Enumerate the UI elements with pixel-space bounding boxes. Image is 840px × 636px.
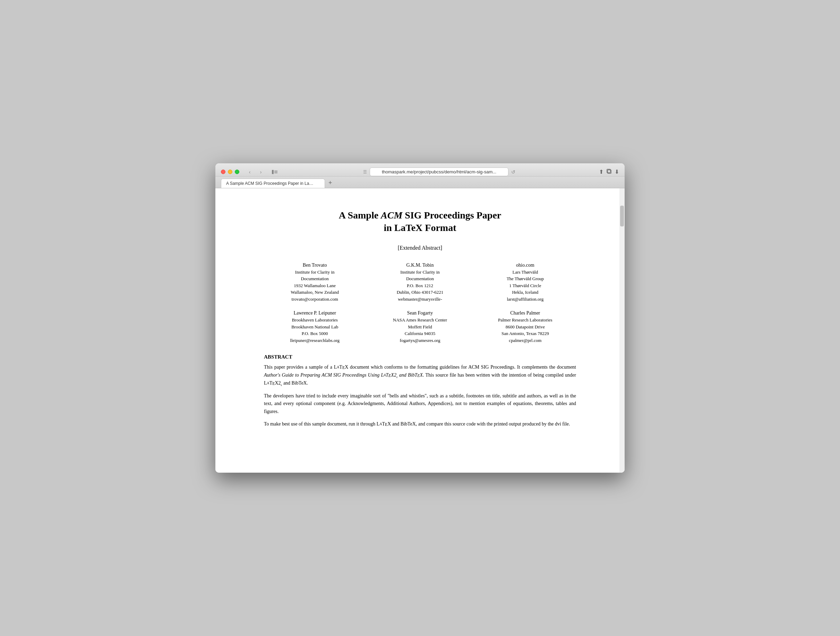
svg-rect-2 [274,172,278,172]
menu-icon: ☰ [363,170,367,174]
traffic-lights [221,170,239,174]
author-ben-trovato: Ben Trovato Institute for Clarity in Doc… [264,262,366,303]
abstract-title: ABSTRACT [264,354,576,360]
scrollbar-thumb[interactable] [620,206,624,226]
svg-rect-0 [272,170,274,174]
svg-rect-3 [274,173,278,174]
browser-window: ‹ › ☰ thomaspark.me/project/pubcss/demo/… [215,163,625,473]
tab-bar: A Sample ACM SIG Proceedings Paper in La… [215,177,625,188]
authors-row-1: Ben Trovato Institute for Clarity in Doc… [264,262,576,303]
abstract-paragraph-2: The developers have tried to include eve… [264,392,576,415]
abstract-section: ABSTRACT This paper provides a sample of… [264,354,576,428]
author-name-2: G.K.M. Tobin [369,262,471,269]
paper-body: A Sample ACM SIG Proceedings Paper in La… [264,209,576,428]
author-leipuner: Lawrence P. Leipuner Brookhaven Laborato… [264,309,366,344]
title-line2: in LaTeX Format [384,222,456,233]
author-name-3: ohio.com [474,262,576,269]
title-text-2: SIG Proceedings Paper [402,210,501,221]
title-bar: ‹ › ☰ thomaspark.me/project/pubcss/demo/… [215,163,625,177]
author-info-3: Lars Thørväld The Thørväld Group 1 Thørv… [474,269,576,303]
author-lars-thorvald: ohio.com Lars Thørväld The Thørväld Grou… [474,262,576,303]
active-tab[interactable]: A Sample ACM SIG Proceedings Paper in La… [221,178,325,188]
title-text-1: A Sample [339,210,381,221]
maximize-button[interactable] [235,170,239,174]
page-content: A Sample ACM SIG Proceedings Paper in La… [215,188,625,473]
authors-row-2: Lawrence P. Leipuner Brookhaven Laborato… [264,309,576,344]
nav-buttons: ‹ › [245,168,266,176]
author-info-6: Palmer Research Laboratories 8600 Datapo… [474,317,576,344]
author-name-6: Charles Palmer [474,309,576,317]
new-tab-button[interactable]: + [326,180,335,188]
author-name-5: Sean Fogarty [369,309,471,317]
abstract-paragraph-3: To make best use of this sample document… [264,420,576,428]
author-name-4: Lawrence P. Leipuner [264,309,366,317]
title-acm: ACM [381,210,402,221]
author-info-2: Institute for Clarity in Documentation P… [369,269,471,303]
author-info-4: Brookhaven Laboratories Brookhaven Natio… [264,317,366,344]
author-gkm-tobin: G.K.M. Tobin Institute for Clarity in Do… [369,262,471,303]
sidebar-button[interactable] [270,168,279,176]
author-fogarty: Sean Fogarty NASA Ames Research Center M… [369,309,471,344]
paper-title: A Sample ACM SIG Proceedings Paper in La… [264,209,576,234]
author-name-1: Ben Trovato [264,262,366,269]
download-icon[interactable]: ⬇ [614,169,619,175]
author-palmer: Charles Palmer Palmer Research Laborator… [474,309,576,344]
toolbar-right: ⬆ ⬇ [599,169,619,175]
extended-abstract: [Extended Abstract] [264,245,576,251]
back-button[interactable]: ‹ [245,168,254,176]
abstract-paragraph-1: This paper provides a sample of a LATEX … [264,363,576,387]
scrollbar[interactable] [619,188,625,473]
author-info-5: NASA Ames Research Center Moffett Field … [369,317,471,344]
reload-button[interactable]: ↺ [511,169,515,175]
minimize-button[interactable] [228,170,232,174]
author-info-1: Institute for Clarity in Documentation 1… [264,269,366,303]
close-button[interactable] [221,170,226,174]
address-bar[interactable]: thomaspark.me/project/pubcss/demo/html/a… [370,167,508,176]
share-icon[interactable]: ⬆ [599,169,603,175]
address-bar-container: ☰ thomaspark.me/project/pubcss/demo/html… [284,167,595,176]
forward-button[interactable]: › [256,168,266,176]
duplicate-icon[interactable] [606,169,612,175]
svg-rect-1 [274,170,278,171]
